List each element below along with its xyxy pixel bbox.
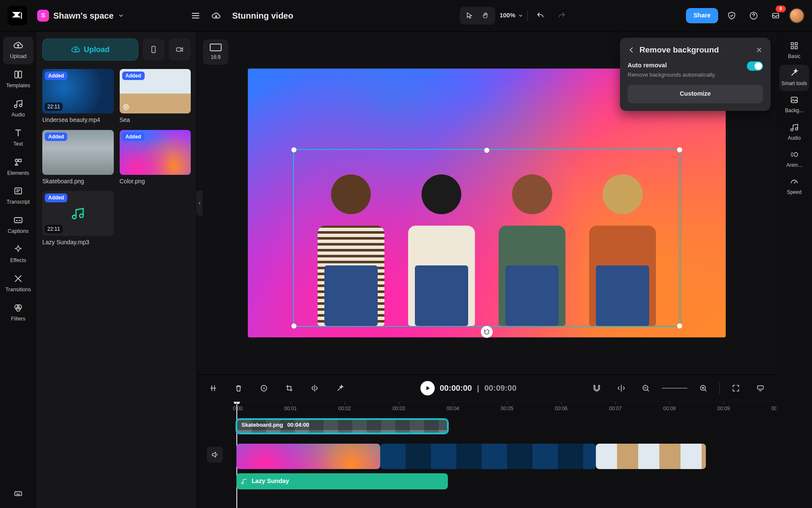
- media-thumb[interactable]: Added 22:11: [42, 69, 114, 113]
- media-item[interactable]: Added Color.png: [120, 130, 191, 185]
- pointer-tool[interactable]: [462, 8, 477, 23]
- pointer-icon: [466, 12, 473, 19]
- zoom-in-button[interactable]: [695, 380, 712, 397]
- play-button[interactable]: [420, 381, 435, 395]
- rs-animation[interactable]: Anim...: [779, 146, 809, 173]
- collapse-panel-button[interactable]: ‹: [197, 190, 203, 216]
- rail-transitions[interactable]: Transitions: [3, 270, 33, 298]
- user-avatar[interactable]: [789, 8, 804, 23]
- media-thumb[interactable]: Added 22:11: [42, 191, 114, 235]
- clip-undersea[interactable]: [380, 444, 596, 469]
- clip-skateboard[interactable]: Skateboard.png 00:04:00: [236, 419, 448, 433]
- app-logo[interactable]: [8, 6, 27, 25]
- rail-transcript[interactable]: Transcript: [3, 182, 33, 210]
- svg-point-29: [794, 152, 798, 156]
- rail-effects[interactable]: Effects: [3, 241, 33, 268]
- project-title[interactable]: Stunning video: [232, 10, 293, 22]
- popover-title: Remove background: [639, 44, 751, 55]
- redo-button[interactable]: [553, 7, 570, 24]
- inbox-button[interactable]: [767, 7, 784, 24]
- clock-play-icon: [260, 384, 268, 392]
- clip-sea[interactable]: [596, 444, 706, 469]
- outline-panel-button[interactable]: [187, 7, 204, 24]
- clip-audio[interactable]: Lazy Sunday: [236, 473, 448, 489]
- rail-elements[interactable]: Elements: [3, 154, 33, 181]
- ruler[interactable]: 00:0000:0100:0200:0300:0400:0500:0600:07…: [233, 401, 776, 416]
- magnet-button[interactable]: [588, 380, 605, 397]
- track-video-2[interactable]: [233, 443, 776, 470]
- mirror-button[interactable]: [306, 380, 323, 397]
- rail-filters[interactable]: Filters: [3, 299, 33, 327]
- resize-handle[interactable]: [291, 323, 296, 329]
- rs-background[interactable]: Backg...: [779, 92, 809, 118]
- resize-handle[interactable]: [677, 147, 682, 152]
- rail-templates[interactable]: Templates: [3, 66, 33, 94]
- cloud-save-button[interactable]: [208, 7, 225, 24]
- record-button[interactable]: [169, 39, 191, 61]
- zoom-indicator[interactable]: 100%: [499, 11, 523, 20]
- canvas-area[interactable]: 16:9 ‹: [197, 32, 776, 374]
- media-item[interactable]: Added Skateboard.png: [42, 130, 114, 185]
- resize-handle[interactable]: [677, 323, 682, 329]
- rs-speed[interactable]: Speed: [779, 174, 809, 200]
- customize-button[interactable]: Customize: [628, 85, 763, 103]
- selection-box[interactable]: [293, 149, 680, 327]
- svg-rect-14: [15, 491, 22, 495]
- phone-button[interactable]: [143, 39, 165, 61]
- clip-color[interactable]: [236, 444, 380, 469]
- sparkle-icon: [13, 244, 23, 254]
- media-name: Lazy Sunday.mp3: [42, 238, 114, 246]
- rotate-handle[interactable]: [481, 326, 493, 338]
- media-thumb[interactable]: Added: [42, 130, 114, 174]
- close-icon[interactable]: [755, 46, 763, 54]
- auto-removal-toggle[interactable]: [747, 61, 763, 71]
- resize-handle[interactable]: [291, 147, 296, 152]
- track-video-1[interactable]: Skateboard.png 00:04:00: [233, 418, 776, 440]
- workspace-name: Shawn's space: [53, 10, 114, 22]
- cloud-upload-icon: [71, 45, 80, 54]
- help-button[interactable]: [745, 7, 762, 24]
- enhance-button[interactable]: [332, 380, 348, 397]
- zoom-out-button[interactable]: [637, 380, 654, 397]
- fit-icon: [732, 384, 740, 392]
- rail-audio[interactable]: Audio: [3, 95, 33, 123]
- hand-tool[interactable]: [478, 8, 493, 23]
- media-thumb[interactable]: Added: [120, 130, 191, 174]
- upload-button[interactable]: Upload: [42, 39, 138, 61]
- media-item[interactable]: Added Sea: [120, 69, 191, 124]
- undo-button[interactable]: [532, 7, 549, 24]
- aspect-ratio-button[interactable]: 16:9: [203, 39, 228, 65]
- rs-basic[interactable]: Basic: [779, 38, 809, 64]
- workspace-selector[interactable]: S Shawn's space: [33, 7, 128, 24]
- share-button[interactable]: Share: [686, 8, 718, 23]
- media-item[interactable]: Added 22:11 Undersea beauty.mp4: [42, 69, 114, 124]
- media-item[interactable]: Added 22:11 Lazy Sunday.mp3: [42, 191, 114, 246]
- rail-captions[interactable]: Captions: [3, 212, 33, 239]
- rail-upload[interactable]: Upload: [3, 37, 33, 64]
- resize-handle[interactable]: [484, 148, 489, 153]
- timeline[interactable]: 00:0000:0100:0200:0300:0400:0500:0600:07…: [197, 401, 776, 508]
- track-mute-button[interactable]: [207, 447, 223, 463]
- track-audio[interactable]: Lazy Sunday: [233, 472, 776, 490]
- safety-button[interactable]: [723, 7, 740, 24]
- rs-smart-tools[interactable]: Smart tools: [779, 65, 809, 91]
- split-button[interactable]: [205, 380, 222, 397]
- svg-point-2: [192, 17, 193, 18]
- capcut-logo-icon: [12, 10, 23, 21]
- ruler-tick: 00:10: [771, 405, 776, 412]
- motion-icon: [790, 150, 799, 159]
- added-badge: Added: [45, 193, 67, 202]
- retime-button[interactable]: [255, 380, 272, 397]
- zoom-slider[interactable]: [662, 388, 687, 389]
- layout-button[interactable]: [752, 380, 769, 397]
- keyboard-button[interactable]: [10, 485, 27, 502]
- snap-button[interactable]: [613, 380, 630, 397]
- fit-button[interactable]: [727, 380, 744, 397]
- rail-text[interactable]: Text: [3, 124, 33, 152]
- remove-bg-popover: Remove background Auto removal Remove ba…: [620, 38, 771, 111]
- rs-audio[interactable]: Audio: [779, 119, 809, 146]
- delete-button[interactable]: [230, 380, 247, 397]
- back-icon[interactable]: [628, 46, 635, 54]
- media-thumb[interactable]: Added: [120, 69, 191, 113]
- crop-button[interactable]: [281, 380, 298, 397]
